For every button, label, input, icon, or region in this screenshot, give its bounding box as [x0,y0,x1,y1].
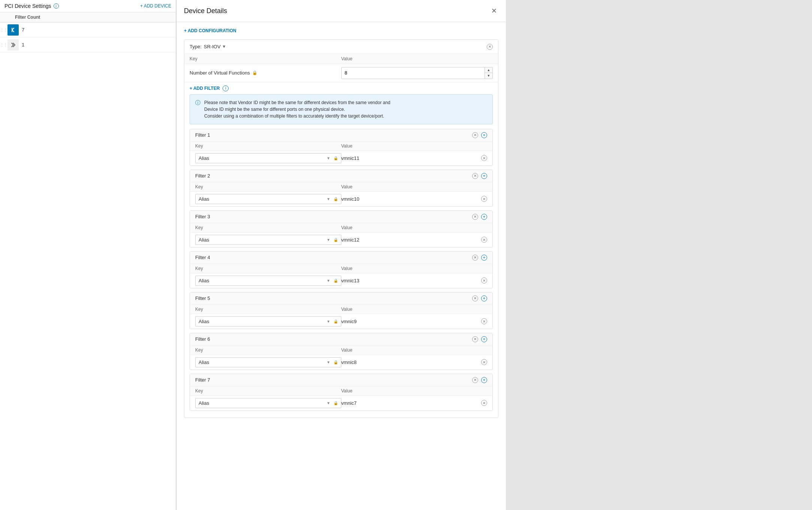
row-value-1: 7 [22,27,24,33]
drag-handle[interactable]: ⋮⋮ [0,43,7,47]
filter-key-header-label-5: Key [195,307,341,312]
filter-key-text-2: Alias [199,196,325,202]
filter-value-cell-1: vmnic11 ✕ [341,154,487,163]
add-filter-icon-6[interactable]: + [481,336,487,342]
filter-title-7: Filter 7 [195,377,472,383]
param-value-input[interactable] [342,68,485,78]
page-info-icon[interactable]: i [54,3,59,9]
filter-row-7: Alias ▼ 🔒 vmnic7 ✕ [190,396,492,410]
filter-key-header-label-4: Key [195,266,341,271]
remove-filter-icon-1[interactable]: ✕ [472,132,478,138]
filter-key-text-6: Alias [199,359,325,365]
filter-kv-header-6: Key Value [190,346,492,355]
remove-filter-icon-2[interactable]: ✕ [472,173,478,179]
filter-key-select-4[interactable]: Alias ▼ 🔒 [195,276,341,286]
modal-body: + ADD CONFIGURATION Type: SR-IOV ▼ ✕ [176,22,506,510]
filter-header-5: Filter 5 ✕ + [190,292,492,305]
remove-filter-value-icon-7[interactable]: ✕ [481,400,487,406]
spinner-up-button[interactable]: ▲ [485,67,492,73]
remove-filter-icon-7[interactable]: ✕ [472,377,478,383]
config-remove-button[interactable]: ✕ [487,43,493,50]
filter-actions-3: ✕ + [472,214,487,220]
filter-value-text-2: vmnic10 [341,194,479,204]
add-filter-row: + ADD FILTER i [184,82,498,94]
filter-key-select-6[interactable]: Alias ▼ 🔒 [195,357,341,367]
filter-row-2: Alias ▼ 🔒 vmnic10 ✕ [190,192,492,206]
filter-key-select-5[interactable]: Alias ▼ 🔒 [195,316,341,327]
filter-header-6: Filter 6 ✕ + [190,333,492,346]
remove-filter-icon-6[interactable]: ✕ [472,336,478,342]
lock-icon: 🔒 [252,70,257,75]
remove-filter-value-icon-4[interactable]: ✕ [481,277,487,283]
add-filter-icon-3[interactable]: + [481,214,487,220]
filter-title-4: Filter 4 [195,255,472,260]
filter-chevron-icon-4: ▼ [327,279,330,283]
table-row[interactable]: ⋮⋮ 7 [0,22,176,37]
remove-filter-value-icon-1[interactable]: ✕ [481,155,487,161]
add-device-button[interactable]: + ADD DEVICE [140,3,171,9]
filter-value-cell-4: vmnic13 ✕ [341,276,487,285]
filter-kv-header-1: Key Value [190,142,492,151]
value-column-header: Value [341,56,493,61]
device-details-modal: Device Details ✕ + ADD CONFIGURATION Typ… [176,0,506,510]
remove-filter-icon-5[interactable]: ✕ [472,295,478,301]
filter-key-select-2[interactable]: Alias ▼ 🔒 [195,194,341,204]
add-configuration-button[interactable]: + ADD CONFIGURATION [184,28,498,33]
filter-lock-icon-7: 🔒 [333,401,338,405]
filter-title-1: Filter 1 [195,132,472,138]
add-filter-icon-1[interactable]: + [481,132,487,138]
remove-filter-value-icon-6[interactable]: ✕ [481,359,487,365]
configuration-section: Type: SR-IOV ▼ ✕ Key Value [184,39,498,418]
filter-kv-header-7: Key Value [190,386,492,396]
filter-kv-header-4: Key Value [190,264,492,273]
filter-row-5: Alias ▼ 🔒 vmnic9 ✕ [190,314,492,329]
modal-close-button[interactable]: ✕ [490,6,498,16]
filter-info-icon[interactable]: i [223,85,229,91]
filter-value-header-label-4: Value [341,266,487,271]
filter-header-2: Filter 2 ✕ + [190,170,492,182]
filter-row-6: Alias ▼ 🔒 vmnic8 ✕ [190,355,492,370]
remove-filter-value-icon-5[interactable]: ✕ [481,318,487,324]
info-banner-text: Please note that Vendor ID might be the … [204,99,390,119]
filter-value-header-label-5: Value [341,307,487,312]
param-key-text: Number of Virtual Functions [190,70,250,76]
filter-chevron-icon-1: ▼ [327,156,330,160]
filter-chevron-icon-7: ▼ [327,401,330,405]
row-icon-secondary [7,39,19,51]
drag-handle[interactable]: ⋮⋮ [0,28,7,32]
filter-lock-icon-4: 🔒 [333,279,338,283]
add-filter-icon-5[interactable]: + [481,295,487,301]
info-banner-icon: ⓘ [195,100,200,119]
add-filter-icon-4[interactable]: + [481,255,487,261]
add-filter-icon-2[interactable]: + [481,173,487,179]
page-title: PCI Device Settings i [4,3,59,9]
filter-key-select-3[interactable]: Alias ▼ 🔒 [195,235,341,245]
remove-filter-value-icon-2[interactable]: ✕ [481,196,487,202]
remove-config-icon: ✕ [487,44,493,50]
table-row[interactable]: ⋮⋮ 1 [0,37,176,52]
add-filter-button[interactable]: + ADD FILTER [190,86,220,91]
filter-chevron-icon-2: ▼ [327,197,330,201]
key-column-header: Key [190,56,341,61]
filter-value-header-label-7: Value [341,388,487,394]
filter-header-1: Filter 1 ✕ + [190,129,492,142]
spinner-down-button[interactable]: ▼ [485,73,492,79]
filter-section-2: Filter 2 ✕ + Key Value Alias ▼ 🔒 vmnic10… [190,170,493,207]
filter-actions-7: ✕ + [472,377,487,383]
value-input-wrapper: ▲ ▼ [341,67,493,79]
filter-key-select-7[interactable]: Alias ▼ 🔒 [195,398,341,408]
filter-key-header-label-1: Key [195,143,341,149]
filter-key-select-1[interactable]: Alias ▼ 🔒 [195,153,341,163]
kv-header: Key Value [184,54,498,64]
filter-actions-4: ✕ + [472,255,487,261]
type-select[interactable]: SR-IOV ▼ [204,44,226,49]
add-filter-icon-7[interactable]: + [481,377,487,383]
filter-header-7: Filter 7 ✕ + [190,374,492,386]
remove-filter-icon-4[interactable]: ✕ [472,255,478,261]
filter-key-text-5: Alias [199,319,325,324]
filter-key-text-3: Alias [199,237,325,243]
remove-filter-icon-3[interactable]: ✕ [472,214,478,220]
filter-kv-header-5: Key Value [190,305,492,314]
filter-actions-2: ✕ + [472,173,487,179]
remove-filter-value-icon-3[interactable]: ✕ [481,237,487,243]
